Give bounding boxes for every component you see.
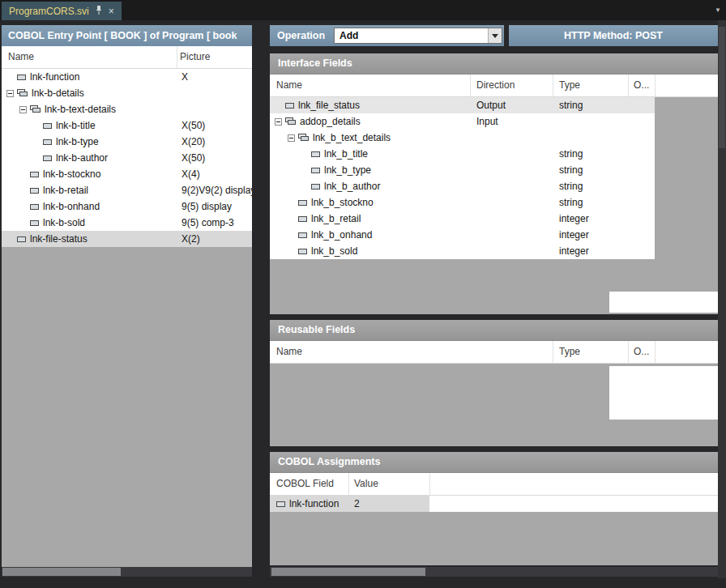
column-header-type[interactable]: Type — [559, 341, 580, 363]
tree-row-lnk-function[interactable]: lnk-function X — [2, 69, 252, 85]
section-header-cobol-assignments: COBOL Assignments — [270, 452, 718, 473]
tree-row-lnk-b-title[interactable]: lnk-b-title X(50) — [2, 117, 252, 134]
operation-select[interactable]: Add — [334, 28, 502, 44]
dropdown-button[interactable] — [488, 28, 502, 43]
column-header-occurs[interactable]: O... — [634, 75, 649, 96]
field-name: lnk-b-details — [32, 87, 84, 99]
vertical-scrollbar[interactable] — [718, 20, 726, 578]
grid-row-lnk-b-onhand[interactable]: lnk_b_onhand integer — [270, 227, 655, 243]
grid-side-area — [655, 97, 718, 259]
tree-row-lnk-b-onhand[interactable]: lnk-b-onhand 9(5) display — [2, 198, 252, 215]
grid-row-lnk-b-type[interactable]: lnk_b_type string — [270, 162, 655, 178]
name-cell: lnk-b-onhand — [2, 198, 177, 215]
entry-point-panel: COBOL Entry Point [ BOOK ] of Program [ … — [2, 0, 252, 588]
ide-window: ProgramCORS.svi × ▼ COBOL Entry Point [ … — [0, 0, 726, 588]
column-divider[interactable] — [429, 473, 430, 495]
type-value: string — [559, 148, 583, 160]
grid-row-lnk-b-sold[interactable]: lnk_b_sold integer — [270, 243, 655, 259]
scrollbar-thumb[interactable] — [271, 568, 425, 576]
column-divider[interactable] — [470, 75, 471, 96]
picture-cell — [177, 85, 252, 101]
section-header-reusable-fields: Reusable Fields — [270, 320, 718, 341]
picture-value: X(2) — [182, 233, 200, 245]
interface-fields-grid: lnk_file_status Output string addop_deta… — [270, 97, 655, 259]
picture-value: X(20) — [182, 136, 205, 147]
column-divider[interactable] — [628, 75, 629, 96]
scrollbar-thumb[interactable] — [719, 27, 725, 148]
grid-row-lnk-function[interactable]: lnk-function 2 — [270, 496, 718, 512]
field-name: lnk-function — [30, 71, 79, 83]
name-cell: lnk-b-text-details — [2, 101, 177, 117]
field-name: lnk_b_retail — [311, 213, 361, 224]
tree-row-lnk-b-details[interactable]: lnk-b-details — [2, 85, 252, 101]
direction-cell — [470, 178, 553, 194]
scrollbar-thumb[interactable] — [2, 568, 121, 576]
field-name: lnk-b-onhand — [43, 201, 100, 212]
http-method-label: HTTP Method: POST — [564, 30, 663, 41]
name-cell: lnk_b_retail — [270, 211, 470, 227]
name-cell: lnk_b_type — [270, 162, 470, 178]
grid-row-lnk-file-status[interactable]: lnk_file_status Output string — [270, 97, 655, 113]
tree-row-lnk-b-sold[interactable]: lnk-b-sold 9(5) comp-3 — [2, 215, 252, 231]
column-header-name[interactable]: Name — [8, 46, 34, 68]
tree-row-lnk-b-stockno[interactable]: lnk-b-stockno X(4) — [2, 166, 252, 182]
column-header-name[interactable]: Name — [276, 75, 302, 96]
tree-row-lnk-file-status[interactable]: lnk-file-status X(2) — [2, 231, 252, 247]
column-header-picture[interactable]: Picture — [180, 46, 210, 68]
picture-cell: X(4) — [177, 166, 252, 182]
tree-row-lnk-b-retail[interactable]: lnk-b-retail 9(2)V9(2) display — [2, 182, 252, 198]
grid-row-addop-details[interactable]: addop_details Input — [270, 113, 655, 130]
occurs-cell — [628, 130, 655, 146]
name-cell: lnk-b-stockno — [2, 166, 177, 182]
direction-cell — [470, 227, 553, 243]
column-divider[interactable] — [628, 341, 629, 363]
picture-cell: X(50) — [177, 117, 252, 134]
field-icon — [298, 232, 307, 238]
field-icon — [311, 168, 320, 173]
column-header-value[interactable]: Value — [354, 473, 378, 495]
picture-cell: X — [177, 69, 252, 85]
column-header-type[interactable]: Type — [559, 75, 580, 96]
type-cell — [553, 113, 628, 130]
column-header-occurs[interactable]: O... — [634, 341, 649, 363]
column-header-name[interactable]: Name — [276, 341, 302, 363]
column-divider[interactable] — [655, 341, 656, 363]
column-header-direction[interactable]: Direction — [476, 75, 515, 96]
column-divider[interactable] — [655, 75, 656, 96]
collapse-icon[interactable] — [275, 118, 282, 126]
column-divider[interactable] — [177, 46, 177, 68]
right-horizontal-scrollbar[interactable] — [270, 567, 718, 577]
field-name: addop_details — [300, 116, 361, 127]
direction-cell: Input — [470, 113, 553, 130]
name-cell: lnk-b-title — [2, 117, 177, 134]
name-cell: lnk_b_onhand — [270, 227, 470, 243]
field-name: lnk-b-sold — [43, 217, 85, 228]
grid-row-lnk-b-stockno[interactable]: lnk_b_stockno string — [270, 194, 655, 211]
column-divider[interactable] — [553, 341, 553, 363]
interface-fields-column-headers: Name Direction Type O... — [270, 75, 718, 97]
tree-row-lnk-b-text-details[interactable]: lnk-b-text-details — [2, 101, 252, 117]
column-header-cobol-field[interactable]: COBOL Field — [276, 473, 334, 495]
tree-row-lnk-b-type[interactable]: lnk-b-type X(20) — [2, 134, 252, 150]
operation-label: Operation — [277, 25, 325, 46]
collapse-icon[interactable] — [6, 90, 14, 97]
occurs-cell — [628, 194, 655, 211]
direction-value: Input — [476, 116, 498, 127]
type-cell: integer — [553, 211, 628, 227]
value-cell[interactable]: 2 — [354, 496, 360, 512]
grid-row-lnk-b-title[interactable]: lnk_b_title string — [270, 146, 655, 162]
tree-row-lnk-b-author[interactable]: lnk-b-author X(50) — [2, 150, 252, 166]
collapse-icon[interactable] — [288, 134, 295, 142]
column-divider[interactable] — [348, 473, 349, 495]
name-cell: lnk-b-author — [2, 150, 177, 166]
field-name: lnk_file_status — [298, 100, 360, 111]
collapse-icon[interactable] — [19, 106, 27, 113]
direction-cell: Output — [470, 97, 553, 113]
grid-row-lnk-b-author[interactable]: lnk_b_author string — [270, 178, 655, 194]
grid-row-lnk-b-text-details[interactable]: lnk_b_text_details — [270, 130, 655, 146]
column-divider[interactable] — [553, 75, 553, 96]
name-cell: lnk-file-status — [2, 231, 177, 247]
picture-value: X(50) — [182, 120, 205, 131]
left-horizontal-scrollbar[interactable] — [2, 567, 252, 577]
grid-row-lnk-b-retail[interactable]: lnk_b_retail integer — [270, 211, 655, 227]
